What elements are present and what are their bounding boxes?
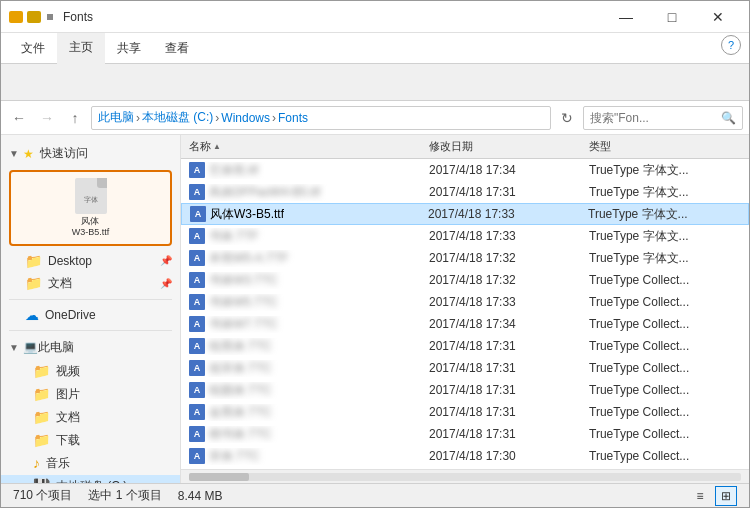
sidebar-item-docs[interactable]: 📁 文档 [1, 406, 180, 429]
up-button[interactable]: ↑ [63, 106, 87, 130]
sidebar-item-documents[interactable]: 📁 文档 📌 [1, 272, 180, 295]
refresh-button[interactable]: ↻ [555, 106, 579, 130]
quick-access-header[interactable]: ▼ ★ 快速访问 [1, 141, 180, 166]
minimize-button[interactable]: — [603, 1, 649, 33]
sidebar-item-onedrive[interactable]: ☁ OneDrive [1, 304, 180, 326]
this-pc-header[interactable]: ▼ 💻 此电脑 [1, 335, 180, 360]
sidebar-selected-file[interactable]: 字体 风体W3-B5.ttf [9, 170, 172, 246]
total-items: 710 个项目 [13, 487, 72, 504]
h-scroll-track [189, 473, 741, 481]
file-date-cell: 2017/4/18 17:31 [425, 427, 585, 441]
tab-home[interactable]: 主页 [57, 33, 105, 64]
table-row[interactable]: A祖宋体.TTC2017/4/18 17:31TrueType Collect.… [181, 357, 749, 379]
address-part-computer[interactable]: 此电脑 [98, 109, 134, 126]
sidebar-documents-label: 文档 [48, 275, 72, 292]
file-type-cell: TrueType Collect... [585, 295, 745, 309]
table-row[interactable]: A书体W7.TTC2017/4/18 17:34TrueType Collect… [181, 313, 749, 335]
file-type-cell: TrueType Collect... [585, 449, 745, 463]
tab-file[interactable]: 文件 [9, 33, 57, 63]
file-name-cell: A书体W5.TTC [185, 294, 425, 311]
file-type-icon: A [189, 250, 205, 266]
table-row[interactable]: A宋体.TTC2017/4/18 17:30TrueType Collect..… [181, 445, 749, 467]
tab-view[interactable]: 查看 [153, 33, 201, 63]
table-row[interactable]: A风体W3-B5.ttf2017/4/18 17:33TrueType 字体文.… [181, 203, 749, 225]
col-name-label: 名称 [189, 139, 211, 154]
file-type-cell: TrueType Collect... [585, 405, 745, 419]
address-box[interactable]: 此电脑 › 本地磁盘 (C:) › Windows › Fonts [91, 106, 551, 130]
sidebar-onedrive-label: OneDrive [45, 308, 96, 322]
title-bar: Fonts — □ ✕ [1, 1, 749, 33]
table-row[interactable]: A组圆体.TTC2017/4/18 17:31TrueType Collect.… [181, 379, 749, 401]
table-row[interactable]: A书体.TTF2017/4/18 17:33TrueType 字体文... [181, 225, 749, 247]
table-row[interactable]: A组黑体.TTC2017/4/18 17:31TrueType Collect.… [181, 335, 749, 357]
forward-button[interactable]: → [35, 106, 59, 130]
table-row[interactable]: A金黑体.TTC2017/4/18 17:31TrueType Collect.… [181, 401, 749, 423]
help-button[interactable]: ? [721, 35, 741, 55]
table-row[interactable]: A艺体简.ttf2017/4/18 17:34TrueType 字体文... [181, 159, 749, 181]
file-name-cell: A风体DFPaoW4-B5.ttf [185, 184, 425, 201]
table-row[interactable]: A楷书体.TTC2017/4/18 17:31TrueType Collect.… [181, 423, 749, 445]
search-box[interactable]: 🔍 [583, 106, 743, 130]
address-part-fonts[interactable]: Fonts [278, 111, 308, 125]
file-name-text: 组圆体.TTC [209, 382, 272, 399]
maximize-button[interactable]: □ [649, 1, 695, 33]
sidebar-item-pictures[interactable]: 📁 图片 [1, 383, 180, 406]
file-type-cell: TrueType 字体文... [585, 228, 745, 245]
window-title: Fonts [63, 10, 93, 24]
file-type-icon: A [189, 404, 205, 420]
file-area: 名称 ▲ 修改日期 类型 A艺体简.ttf2017/4/18 17:34True… [181, 135, 749, 483]
back-button[interactable]: ← [7, 106, 31, 130]
file-name-text: 祖宋体.TTC [209, 360, 272, 377]
table-row[interactable]: A书体W3.TTC2017/4/18 17:32TrueType Collect… [181, 269, 749, 291]
col-type-header[interactable]: 类型 [585, 139, 745, 154]
file-type-icon: A [189, 426, 205, 442]
sidebar-item-music[interactable]: ♪ 音乐 [1, 452, 180, 475]
folder-icon: 📁 [25, 253, 42, 269]
view-controls: ≡ ⊞ [689, 486, 737, 506]
table-row[interactable]: A风体DFPaoW4-B5.ttf2017/4/18 17:31TrueType… [181, 181, 749, 203]
file-date-cell: 2017/4/18 17:31 [425, 361, 585, 375]
address-part-drive[interactable]: 本地磁盘 (C:) [142, 109, 213, 126]
close-button[interactable]: ✕ [695, 1, 741, 33]
search-input[interactable] [590, 111, 717, 125]
h-scroll-thumb[interactable] [189, 473, 249, 481]
tab-share[interactable]: 共享 [105, 33, 153, 63]
file-name-cell: A书体.TTF [185, 228, 425, 245]
file-name-text: 本简W5-A.TTF [209, 250, 288, 267]
file-name-cell: A楷书体.TTC [185, 426, 425, 443]
sidebar-divider-2 [9, 330, 172, 331]
list-view-button[interactable]: ≡ [689, 486, 711, 506]
sidebar-item-downloads[interactable]: 📁 下载 [1, 429, 180, 452]
window-controls: — □ ✕ [603, 1, 741, 33]
file-type-cell: TrueType Collect... [585, 383, 745, 397]
ribbon: 文件 主页 共享 查看 ? [1, 33, 749, 101]
ribbon-tabs: 文件 主页 共享 查看 ? [1, 33, 749, 64]
col-name-header[interactable]: 名称 ▲ [185, 139, 425, 154]
file-type-cell: TrueType Collect... [585, 361, 745, 375]
file-date-cell: 2017/4/18 17:33 [425, 295, 585, 309]
window: Fonts — □ ✕ 文件 主页 共享 查看 ? ← → ↑ 此电脑 › 本地… [0, 0, 750, 508]
sidebar-divider-1 [9, 299, 172, 300]
address-part-windows[interactable]: Windows [221, 111, 270, 125]
file-name-text: 宋体.TTC [209, 448, 260, 465]
table-row[interactable]: A书体W5.TTC2017/4/18 17:33TrueType Collect… [181, 291, 749, 313]
this-pc-label: 此电脑 [38, 339, 74, 356]
sidebar-item-desktop[interactable]: 📁 Desktop 📌 [1, 250, 180, 272]
file-type-icon: A [189, 448, 205, 464]
file-list: A艺体简.ttf2017/4/18 17:34TrueType 字体文...A风… [181, 159, 749, 469]
folder-icon-videos: 📁 [33, 363, 50, 379]
detail-view-button[interactable]: ⊞ [715, 486, 737, 506]
file-type-icon: A [189, 162, 205, 178]
file-type-icon: A [189, 272, 205, 288]
table-row[interactable]: A本简W5-A.TTF2017/4/18 17:32TrueType 字体文..… [181, 247, 749, 269]
col-date-header[interactable]: 修改日期 [425, 139, 585, 154]
horizontal-scrollbar[interactable] [181, 469, 749, 483]
sidebar-item-videos[interactable]: 📁 视频 [1, 360, 180, 383]
file-name-cell: A书体W3.TTC [185, 272, 425, 289]
file-date-cell: 2017/4/18 17:32 [425, 251, 585, 265]
file-name-cell: A风体W3-B5.ttf [186, 206, 424, 223]
sidebar-item-local-disk[interactable]: 💾 本地磁盘 (C:) [1, 475, 180, 483]
file-type-cell: TrueType 字体文... [585, 162, 745, 179]
file-type-cell: TrueType Collect... [585, 427, 745, 441]
file-name-text: 书体.TTF [209, 228, 258, 245]
